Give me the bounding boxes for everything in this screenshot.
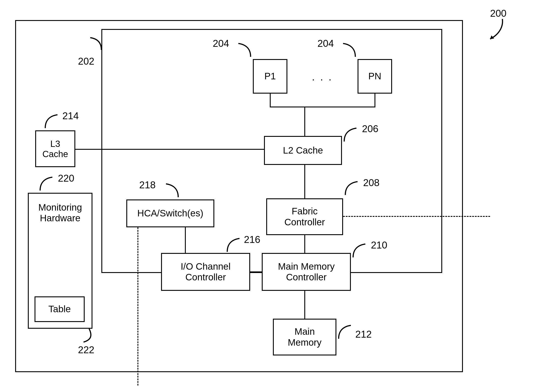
callout-hook-icon — [236, 42, 252, 58]
callout-hook-icon — [338, 324, 353, 340]
ref-200-arrow-icon — [482, 18, 509, 45]
callout-hook-icon — [164, 183, 179, 198]
ref-216-label: 216 — [244, 234, 260, 245]
ref-212-label: 212 — [355, 329, 371, 340]
dashed-connector — [137, 227, 138, 386]
connector-line — [185, 227, 186, 253]
ref-222-label: 222 — [78, 344, 94, 355]
io-controller-text: I/O Channel Controller — [181, 261, 231, 283]
ref-220-label: 220 — [58, 173, 74, 184]
l2-cache-text: L2 Cache — [283, 145, 323, 156]
main-memory-text: Main Memory — [288, 326, 322, 348]
pn-text: PN — [368, 71, 381, 82]
ref-200-label: 200 — [490, 8, 506, 19]
ref-210-label: 210 — [371, 240, 387, 251]
p1-text: P1 — [264, 71, 276, 82]
l2-cache-box: L2 Cache — [264, 136, 342, 165]
hca-switch-text: HCA/Switch(es) — [137, 208, 203, 219]
callout-hook-icon — [344, 181, 360, 196]
ref-202-label: 202 — [78, 56, 94, 67]
connector-line — [250, 271, 262, 272]
hca-switch-box: HCA/Switch(es) — [126, 200, 214, 227]
io-controller-box: I/O Channel Controller — [161, 253, 250, 291]
l3-cache-text: L3 Cache — [42, 139, 68, 159]
diagram-canvas: 200 202 P1 204 . . . PN 204 L2 Cache 206 — [0, 0, 538, 392]
connector-line — [270, 93, 271, 107]
connector-line — [375, 93, 375, 107]
fabric-controller-text: Fabric Controller — [284, 206, 325, 228]
callout-hook-icon — [39, 176, 55, 192]
table-text: Table — [48, 304, 71, 314]
main-memory-box: Main Memory — [273, 319, 336, 355]
connector-line — [304, 235, 305, 253]
dashed-connector — [343, 216, 490, 217]
ref-206-label: 206 — [362, 123, 378, 134]
ref-208-label: 208 — [363, 177, 379, 188]
table-box: Table — [35, 296, 85, 322]
ref-214-label: 214 — [62, 110, 79, 121]
ref-204-p1-label: 204 — [213, 38, 229, 49]
callout-hook-icon — [341, 42, 357, 58]
mmc-box: Main Memory Controller — [262, 253, 351, 291]
proc-ellipsis: . . . — [312, 71, 333, 83]
callout-hook-icon — [88, 37, 104, 52]
connector-line — [75, 149, 264, 150]
pn-box: PN — [357, 59, 392, 93]
mmc-text: Main Memory Controller — [278, 261, 335, 283]
connector-line — [304, 165, 305, 198]
ref-218-label: 218 — [139, 179, 156, 191]
p1-box: P1 — [253, 59, 287, 93]
callout-hook-icon — [44, 114, 60, 129]
connector-line — [270, 107, 375, 107]
callout-hook-icon — [352, 243, 368, 258]
monitoring-hardware-text: Monitoring Hardware — [38, 202, 82, 224]
callout-hook-icon — [343, 127, 359, 143]
connector-line — [304, 107, 305, 136]
l3-cache-box: L3 Cache — [35, 130, 75, 167]
callout-hook-icon — [226, 237, 242, 253]
ref-204-pn-label: 204 — [317, 38, 334, 49]
connector-line — [304, 291, 305, 319]
callout-hook-icon — [81, 328, 97, 343]
fabric-controller-box: Fabric Controller — [266, 198, 343, 235]
